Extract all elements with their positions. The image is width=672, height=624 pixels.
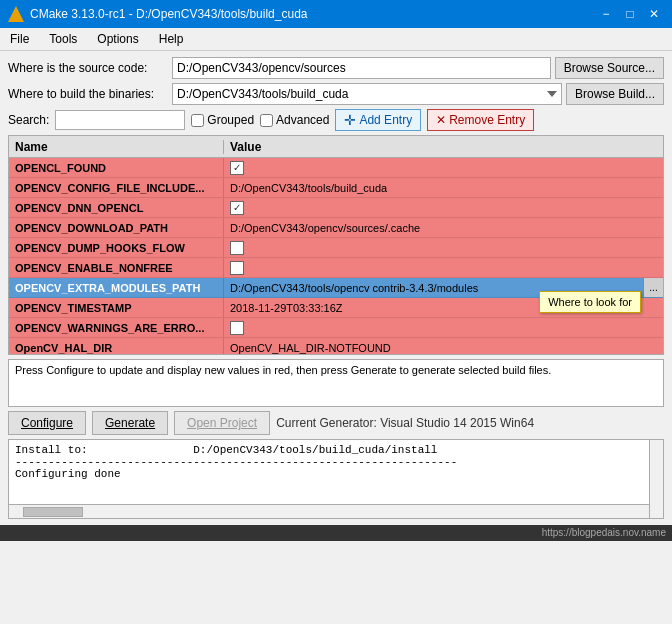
title-bar-title: CMake 3.13.0-rc1 - D:/OpenCV343/tools/bu… (30, 7, 307, 21)
menu-help[interactable]: Help (153, 30, 190, 48)
cell-name: OPENCV_DOWNLOAD_PATH (9, 218, 224, 237)
menu-options[interactable]: Options (91, 30, 144, 48)
url-bar: https://blogpedais.nov.name (0, 525, 672, 541)
cell-name: OPENCV_DNN_OPENCL (9, 198, 224, 217)
grouped-checkbox-label[interactable]: Grouped (191, 113, 254, 127)
configure-button[interactable]: Configure (8, 411, 86, 435)
advanced-checkbox-label[interactable]: Advanced (260, 113, 329, 127)
source-label: Where is the source code: (8, 61, 168, 75)
main-content: Where is the source code: Browse Source.… (0, 51, 672, 525)
build-label: Where to build the binaries: (8, 87, 168, 101)
table-row[interactable]: OPENCV_CONFIG_FILE_INCLUDE...D:/OpenCV34… (9, 178, 663, 198)
title-bar-left: CMake 3.13.0-rc1 - D:/OpenCV343/tools/bu… (8, 6, 307, 22)
table-row[interactable]: OPENCV_DUMP_HOOKS_FLOW (9, 238, 663, 258)
cell-value (224, 238, 663, 257)
table-row[interactable]: OpenCV_HAL_DIROpenCV_HAL_DIR-NOTFOUND (9, 338, 663, 354)
table-row[interactable]: OPENCV_DNN_OPENCL (9, 198, 663, 218)
browse-source-button[interactable]: Browse Source... (555, 57, 664, 79)
grouped-label: Grouped (207, 113, 254, 127)
table-row[interactable]: OPENCV_ENABLE_NONFREE (9, 258, 663, 278)
add-entry-button[interactable]: ✛ Add Entry (335, 109, 421, 131)
cell-name: OPENCV_EXTRA_MODULES_PATH (9, 278, 224, 297)
cell-name: OPENCV_DUMP_HOOKS_FLOW (9, 238, 224, 257)
entries-table: Name Value OPENCL_FOUNDOPENCV_CONFIG_FIL… (8, 135, 664, 355)
menu-tools[interactable]: Tools (43, 30, 83, 48)
log-line-3: Configuring done (15, 468, 657, 480)
cmake-icon (8, 6, 24, 22)
hscroll-thumb (23, 507, 83, 517)
status-area: Press Configure to update and display ne… (8, 359, 664, 407)
log-line-1: Install to: D:/OpenCV343/tools/build_cud… (15, 444, 657, 456)
header-name: Name (9, 140, 224, 154)
close-button[interactable]: ✕ (644, 4, 664, 24)
title-bar-controls: − □ ✕ (596, 4, 664, 24)
table-row[interactable]: OPENCL_FOUND (9, 158, 663, 178)
plus-icon: ✛ (344, 112, 356, 128)
menu-bar: File Tools Options Help (0, 28, 672, 51)
header-value: Value (224, 140, 663, 154)
generate-button[interactable]: Generate (92, 411, 168, 435)
search-row: Search: Grouped Advanced ✛ Add Entry ✕ R… (8, 109, 664, 131)
status-text: Press Configure to update and display ne… (15, 364, 551, 376)
grouped-checkbox[interactable] (191, 114, 204, 127)
title-bar: CMake 3.13.0-rc1 - D:/OpenCV343/tools/bu… (0, 0, 672, 28)
cell-name: OPENCV_WARNINGS_ARE_ERRO... (9, 318, 224, 337)
cell-value (224, 318, 663, 337)
action-row: Configure Generate Open Project Current … (8, 411, 664, 435)
advanced-label: Advanced (276, 113, 329, 127)
cell-checkbox[interactable] (230, 321, 244, 335)
cell-value (224, 198, 663, 217)
cell-value (224, 258, 663, 277)
cell-value (224, 158, 663, 177)
generator-text: Current Generator: Visual Studio 14 2015… (276, 416, 534, 430)
remove-entry-button[interactable]: ✕ Remove Entry (427, 109, 534, 131)
bottom-scrollbar-v[interactable] (649, 440, 663, 518)
cell-checkbox[interactable] (230, 241, 244, 255)
cell-checkbox[interactable] (230, 161, 244, 175)
cell-name: OPENCV_CONFIG_FILE_INCLUDE... (9, 178, 224, 197)
cell-value: D:/OpenCV343/opencv/sources/.cache (224, 218, 663, 237)
browse-build-button[interactable]: Browse Build... (566, 83, 664, 105)
tooltip: Where to look for (539, 291, 641, 313)
log-line-2: ----------------------------------------… (15, 456, 657, 468)
cell-name: OPENCV_TIMESTAMP (9, 298, 224, 317)
bottom-log: Install to: D:/OpenCV343/tools/build_cud… (8, 439, 664, 519)
menu-file[interactable]: File (4, 30, 35, 48)
build-select[interactable]: D:/OpenCV343/tools/build_cuda (172, 83, 562, 105)
advanced-checkbox[interactable] (260, 114, 273, 127)
search-input[interactable] (55, 110, 185, 130)
cell-checkbox[interactable] (230, 261, 244, 275)
open-project-button[interactable]: Open Project (174, 411, 270, 435)
table-row[interactable]: OPENCV_WARNINGS_ARE_ERRO... (9, 318, 663, 338)
url-text: https://blogpedais.nov.name (542, 527, 666, 538)
source-input[interactable] (172, 57, 551, 79)
table-row[interactable]: OPENCV_DOWNLOAD_PATHD:/OpenCV343/opencv/… (9, 218, 663, 238)
source-row: Where is the source code: Browse Source.… (8, 57, 664, 79)
cell-value: D:/OpenCV343/tools/build_cuda (224, 178, 663, 197)
x-icon: ✕ (436, 113, 446, 127)
cell-value: OpenCV_HAL_DIR-NOTFOUND (224, 338, 663, 354)
cell-checkbox[interactable] (230, 201, 244, 215)
bottom-scrollbar-h[interactable] (9, 504, 649, 518)
table-header: Name Value (9, 136, 663, 158)
maximize-button[interactable]: □ (620, 4, 640, 24)
cell-name: OPENCV_ENABLE_NONFREE (9, 258, 224, 277)
build-row: Where to build the binaries: D:/OpenCV34… (8, 83, 664, 105)
cell-name: OPENCL_FOUND (9, 158, 224, 177)
bottom-content: Install to: D:/OpenCV343/tools/build_cud… (9, 440, 663, 484)
cell-browse-button[interactable]: ... (643, 278, 663, 297)
search-label: Search: (8, 113, 49, 127)
cell-name: OpenCV_HAL_DIR (9, 338, 224, 354)
minimize-button[interactable]: − (596, 4, 616, 24)
table-scroll[interactable]: OPENCL_FOUNDOPENCV_CONFIG_FILE_INCLUDE..… (9, 158, 663, 354)
